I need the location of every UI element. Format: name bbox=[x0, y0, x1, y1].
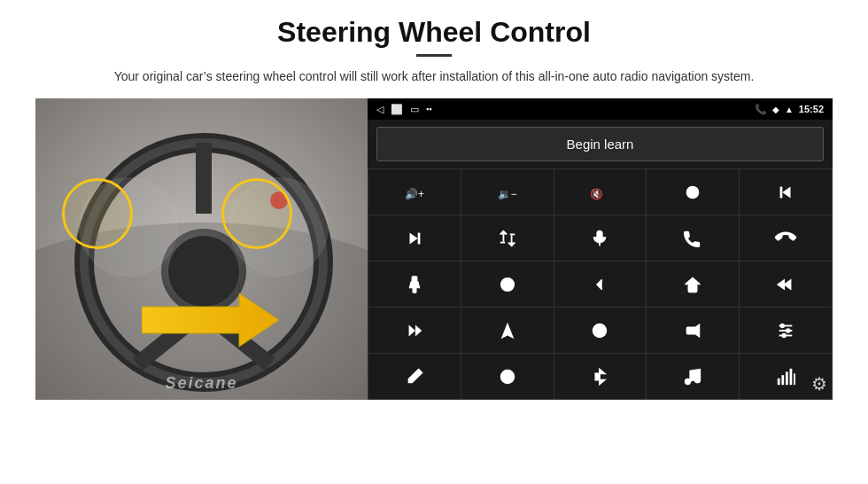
music-button[interactable] bbox=[647, 354, 739, 399]
prev-track-button[interactable] bbox=[740, 169, 832, 215]
steering-wheel-photo: Seicane bbox=[35, 98, 368, 400]
svg-text:🔇: 🔇 bbox=[590, 186, 603, 199]
record-button[interactable] bbox=[647, 308, 739, 353]
begin-learn-button[interactable]: Begin learn bbox=[376, 127, 824, 161]
settings-knob-button[interactable] bbox=[461, 354, 554, 399]
phone-end-button[interactable] bbox=[740, 215, 832, 261]
svg-marker-39 bbox=[500, 322, 514, 338]
right-control-circle bbox=[221, 178, 292, 249]
page-title: Steering Wheel Control bbox=[35, 16, 833, 49]
back-nav-icon[interactable]: ◁ bbox=[376, 104, 384, 115]
status-right-area: 📞 ◆ ▲ 15:52 bbox=[755, 104, 824, 115]
fast-forward-button[interactable] bbox=[368, 308, 461, 353]
microphone-button[interactable] bbox=[554, 215, 647, 261]
signal-bars-icon: ▲ bbox=[785, 105, 794, 114]
begin-learn-area: Begin learn bbox=[368, 120, 833, 168]
shuffle-button[interactable] bbox=[461, 215, 554, 261]
svg-rect-28 bbox=[412, 276, 417, 281]
svg-marker-37 bbox=[408, 324, 415, 336]
phone-answer-button[interactable] bbox=[647, 215, 739, 261]
skip-next-button[interactable] bbox=[368, 215, 461, 261]
recent-apps-icon[interactable]: ▭ bbox=[410, 104, 419, 115]
svg-rect-60 bbox=[794, 373, 795, 385]
page-subtitle: Your original car’s steering wheel contr… bbox=[35, 67, 833, 86]
title-divider bbox=[416, 54, 452, 57]
controls-grid: 🔊+ 🔉− 🔇 bbox=[368, 168, 833, 400]
wifi-icon: ◆ bbox=[772, 105, 779, 114]
svg-point-46 bbox=[787, 329, 790, 332]
svg-rect-29 bbox=[413, 287, 416, 293]
gear-settings-icon[interactable]: ⚙ bbox=[811, 373, 827, 394]
content-area: Seicane ◁ ⬜ ▭ ▪▪ 📞 ◆ bbox=[35, 98, 833, 400]
equalizer-button[interactable] bbox=[740, 308, 832, 353]
svg-marker-12 bbox=[142, 293, 279, 347]
home-button[interactable] bbox=[647, 262, 739, 307]
bluetooth-button[interactable] bbox=[554, 354, 647, 399]
svg-marker-18 bbox=[782, 186, 790, 198]
svg-rect-19 bbox=[780, 186, 783, 198]
navigation-button[interactable] bbox=[461, 308, 554, 353]
svg-rect-34 bbox=[689, 285, 697, 292]
steering-background: Seicane bbox=[35, 98, 368, 400]
notification-icon: ▪▪ bbox=[426, 105, 431, 113]
svg-point-55 bbox=[695, 377, 701, 382]
arrow-indicator bbox=[142, 289, 283, 351]
svg-point-54 bbox=[686, 379, 691, 384]
svg-point-49 bbox=[505, 374, 510, 379]
volume-mute-button[interactable]: 🔇 bbox=[554, 169, 647, 215]
svg-rect-59 bbox=[790, 368, 793, 384]
back-button[interactable] bbox=[554, 262, 647, 307]
svg-marker-38 bbox=[415, 324, 422, 336]
volume-down-button[interactable]: 🔉− bbox=[461, 169, 554, 215]
svg-rect-58 bbox=[786, 371, 788, 385]
svg-point-45 bbox=[781, 324, 785, 327]
android-panel: ◁ ⬜ ▭ ▪▪ 📞 ◆ ▲ 15:52 Begin learn bbox=[368, 98, 833, 400]
power-button[interactable] bbox=[647, 169, 739, 215]
360-view-button[interactable]: 360° bbox=[461, 262, 554, 307]
status-bar: ◁ ⬜ ▭ ▪▪ 📞 ◆ ▲ 15:52 bbox=[368, 98, 833, 120]
svg-point-47 bbox=[782, 333, 786, 337]
skip-back-button[interactable] bbox=[740, 262, 832, 307]
svg-marker-36 bbox=[777, 278, 785, 290]
svg-marker-20 bbox=[409, 232, 417, 244]
svg-text:360°: 360° bbox=[504, 287, 513, 292]
svg-rect-56 bbox=[778, 378, 780, 384]
pen-button[interactable] bbox=[368, 354, 461, 399]
volume-up-button[interactable]: 🔊+ bbox=[368, 169, 461, 215]
home-nav-icon[interactable]: ⬜ bbox=[391, 104, 403, 115]
status-time: 15:52 bbox=[799, 104, 824, 114]
svg-rect-57 bbox=[782, 375, 785, 385]
status-left-icons: ◁ ⬜ ▭ ▪▪ bbox=[376, 104, 431, 115]
svg-text:🔊+: 🔊+ bbox=[405, 186, 424, 199]
swap-button[interactable] bbox=[554, 308, 647, 353]
svg-text:🔉−: 🔉− bbox=[498, 186, 517, 199]
svg-rect-21 bbox=[418, 232, 421, 244]
brand-watermark: Seicane bbox=[165, 374, 237, 393]
flashlight-button[interactable] bbox=[368, 262, 461, 307]
phone-signal-icon: 📞 bbox=[755, 104, 767, 115]
left-control-circle bbox=[62, 178, 133, 249]
steering-wheel-svg bbox=[35, 98, 368, 400]
